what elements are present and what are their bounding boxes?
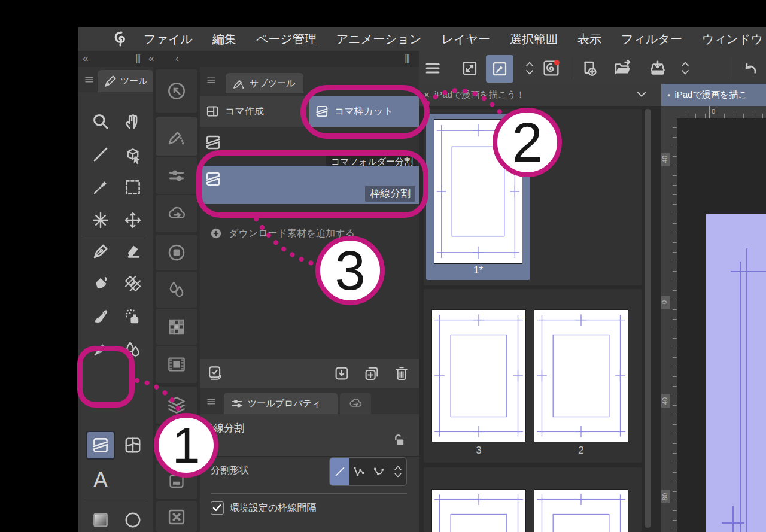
palette-divider bbox=[84, 236, 147, 236]
main-menu-button[interactable] bbox=[422, 58, 443, 78]
shape-straight-option[interactable] bbox=[330, 458, 349, 485]
tool-eyedropper[interactable] bbox=[87, 174, 114, 200]
tool-gradient[interactable] bbox=[87, 507, 114, 532]
tool-airbrush[interactable] bbox=[120, 303, 146, 330]
lock-open-icon[interactable] bbox=[390, 431, 407, 448]
new-page-button[interactable] bbox=[579, 58, 600, 78]
chevron-down-icon[interactable] bbox=[635, 87, 648, 101]
duplicate-subtool-icon[interactable] bbox=[363, 364, 381, 382]
tool-pen[interactable] bbox=[87, 238, 114, 265]
multi-select-icon[interactable] bbox=[206, 364, 224, 382]
annotation-step-1: 1 bbox=[154, 413, 218, 478]
panel-menu-icon[interactable] bbox=[84, 74, 95, 85]
group-tab-koma-create[interactable]: コマ作成 bbox=[200, 96, 309, 127]
add-download-material[interactable]: ダウンロード素材を追加する bbox=[209, 226, 355, 241]
fit-screen-button[interactable] bbox=[460, 58, 480, 78]
cloud-sync-strip-button[interactable] bbox=[156, 195, 197, 232]
tool-property-strip-button[interactable] bbox=[156, 157, 197, 194]
material-strip-button[interactable] bbox=[156, 501, 197, 532]
menu-item-filter[interactable]: フィルター bbox=[621, 31, 682, 47]
page-thumb-2[interactable] bbox=[534, 310, 628, 442]
alert-dot bbox=[554, 60, 560, 65]
tool-move-layer[interactable] bbox=[120, 207, 146, 233]
page-thumb-3[interactable] bbox=[432, 310, 525, 442]
shape-row-label: 分割形状 bbox=[211, 464, 249, 477]
page-manager-tab[interactable]: × iPadで漫画を描こう！ bbox=[419, 84, 661, 106]
menu-item-window[interactable]: ウィンドウ bbox=[702, 31, 763, 47]
quick-access-button[interactable] bbox=[156, 69, 197, 113]
brush-size-strip-button[interactable] bbox=[156, 235, 197, 270]
checkbox-row: 環境設定の枠線間隔 bbox=[211, 501, 316, 515]
shape-more-chevrons[interactable] bbox=[390, 458, 406, 485]
toolbar-divider bbox=[570, 57, 570, 79]
split-shape-control bbox=[329, 457, 407, 486]
collapse-strip-icon[interactable]: « bbox=[148, 53, 154, 65]
color-mix-strip-button[interactable] bbox=[156, 272, 197, 308]
frame-guide-line bbox=[731, 271, 766, 272]
tool-multi-frame[interactable] bbox=[120, 432, 146, 458]
scrollbar[interactable] bbox=[645, 109, 651, 528]
menu-item-selection[interactable]: 選択範囲 bbox=[510, 31, 558, 47]
h-ruler-zero: 0 bbox=[712, 108, 715, 115]
tool-brush[interactable] bbox=[87, 303, 114, 330]
tab-tool[interactable]: ツール bbox=[98, 70, 153, 92]
annotation-ring-subtool-item bbox=[196, 150, 428, 218]
document-tab[interactable]: ● iPadで漫画を描こ bbox=[661, 84, 766, 106]
shape-polyline-option[interactable] bbox=[349, 458, 369, 485]
tool-switcher-chevrons[interactable] bbox=[522, 58, 537, 78]
property-divider bbox=[211, 493, 407, 494]
tab-subtool[interactable]: サブツール bbox=[226, 73, 303, 93]
tool-marquee-select[interactable] bbox=[120, 174, 146, 200]
frame-gap-checkbox[interactable] bbox=[211, 501, 224, 515]
tool-object[interactable] bbox=[120, 141, 146, 168]
save-page-button[interactable] bbox=[648, 58, 668, 78]
panel-menu-icon[interactable] bbox=[206, 75, 217, 86]
v-ruler-label: 0 bbox=[661, 300, 668, 304]
menu-item-page[interactable]: ページ管理 bbox=[256, 31, 317, 47]
canvas-viewport[interactable] bbox=[677, 118, 766, 532]
page-label: 2 bbox=[534, 445, 628, 457]
tool-figure[interactable] bbox=[120, 507, 146, 532]
tool-zoom[interactable] bbox=[87, 108, 114, 135]
panel-menu-icon[interactable] bbox=[206, 396, 217, 407]
menu-item-layer[interactable]: レイヤー bbox=[442, 31, 490, 47]
clip-studio-logo[interactable] bbox=[113, 30, 130, 48]
open-file-button[interactable] bbox=[613, 58, 633, 78]
collapse-palette-icon[interactable]: « bbox=[83, 53, 88, 65]
navigator-strip-button[interactable] bbox=[156, 309, 197, 345]
clip-studio-assets-button[interactable] bbox=[541, 58, 561, 78]
tab-cloud-sync[interactable] bbox=[340, 393, 371, 414]
menu-item-view[interactable]: 表示 bbox=[577, 31, 601, 47]
tool-text[interactable]: A bbox=[87, 467, 114, 493]
tool-hand[interactable] bbox=[120, 108, 146, 135]
drag-handle-icon[interactable]: ||| bbox=[405, 53, 409, 65]
tool-line[interactable] bbox=[87, 141, 114, 168]
drag-handle-icon[interactable]: ||| bbox=[135, 53, 139, 65]
delete-subtool-icon[interactable] bbox=[393, 364, 411, 382]
page-label: 3 bbox=[432, 445, 525, 457]
back-icon[interactable]: ‹ bbox=[175, 53, 179, 65]
tool-eraser[interactable] bbox=[120, 238, 146, 265]
tool-fill[interactable] bbox=[87, 270, 114, 297]
register-subtool-icon[interactable] bbox=[333, 364, 351, 382]
tool-auto-select[interactable] bbox=[87, 207, 114, 233]
timeline-strip-button[interactable] bbox=[156, 346, 197, 383]
tab-tool-property-label: ツールプロパティ bbox=[248, 398, 321, 409]
undo-button[interactable] bbox=[741, 58, 761, 78]
current-tool-button[interactable] bbox=[486, 55, 513, 83]
tool-frame-border-selected[interactable] bbox=[86, 431, 115, 460]
menu-item-file[interactable]: ファイル bbox=[144, 31, 193, 47]
page-row bbox=[424, 467, 642, 532]
page-switcher-chevrons[interactable] bbox=[677, 58, 693, 78]
page-thumb[interactable] bbox=[534, 490, 628, 532]
sub-tool-strip-button[interactable] bbox=[156, 117, 197, 156]
page-thumb[interactable] bbox=[432, 490, 525, 532]
tab-tool-property[interactable]: ツールプロパティ bbox=[224, 393, 338, 414]
menu-item-edit[interactable]: 編集 bbox=[212, 31, 236, 47]
annotation-ring-tool bbox=[77, 346, 135, 408]
tool-palette: ツール bbox=[78, 67, 153, 532]
tool-tone[interactable] bbox=[120, 270, 146, 297]
annotation-step-3: 3 bbox=[315, 236, 385, 305]
menu-item-animation[interactable]: アニメーション bbox=[336, 31, 422, 47]
shape-curve-option[interactable] bbox=[370, 458, 390, 485]
